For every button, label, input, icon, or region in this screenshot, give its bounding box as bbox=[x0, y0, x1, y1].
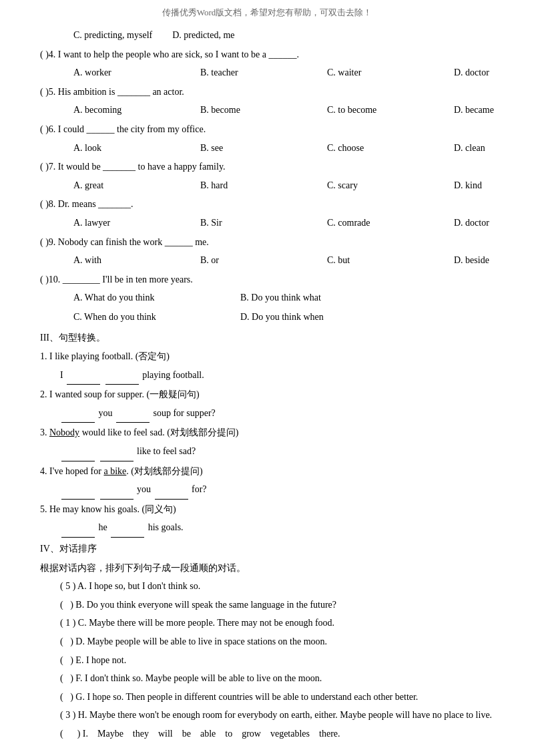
blank10 bbox=[61, 519, 95, 538]
q8-options: A. lawyer B. Sir C. comrade D. doctor bbox=[40, 214, 494, 232]
question-6: ( )6. I could ______ the city from my of… bbox=[40, 121, 494, 157]
s3-q2-prompt: 2. I wanted soup for supper. (一般疑问句) bbox=[40, 386, 494, 404]
q10-opt-a: A. What do you think bbox=[73, 289, 220, 307]
blank5 bbox=[61, 443, 95, 461]
s3-q4-prompt: 4. I've hoped for a bike. (对划线部分提问) bbox=[40, 463, 494, 481]
q8-opt-a: A. lawyer bbox=[73, 214, 180, 232]
q6-opt-b: B. see bbox=[200, 140, 307, 158]
s4-item-f: ( ) F. I don't think so. Maybe people wi… bbox=[40, 670, 494, 688]
blank9 bbox=[155, 481, 188, 500]
s4-item-e: ( ) E. I hope not. bbox=[40, 652, 494, 670]
blank7 bbox=[61, 481, 95, 500]
question-10: ( )10. ________ I'll be in ten more year… bbox=[40, 271, 494, 327]
question-9: ( )9. Nobody can finish the work ______ … bbox=[40, 234, 494, 270]
question-4: ( )4. I want to help the people who are … bbox=[40, 46, 494, 82]
s3-q2-fill: you soup for supper? bbox=[40, 405, 494, 423]
q7-text: ( )7. It would be _______ to have a happ… bbox=[40, 158, 494, 176]
q6-options: A. look B. see C. choose D. clean bbox=[40, 140, 494, 158]
q10-opt-d: D. Do you think when bbox=[240, 309, 387, 327]
q5-opt-c: C. to become bbox=[327, 102, 434, 120]
question-8: ( )8. Dr. means _______. A. lawyer B. Si… bbox=[40, 196, 494, 232]
q6-text: ( )6. I could ______ the city from my of… bbox=[40, 121, 494, 139]
q5-opt-a: A. becoming bbox=[73, 102, 180, 120]
s4-item-d: ( ) D. Maybe people will be able to live… bbox=[40, 633, 494, 651]
options-cd-predict: C. predicting, myself D. predicted, me bbox=[40, 27, 494, 45]
question-5: ( )5. His ambition is _______ an actor. … bbox=[40, 83, 494, 120]
q9-opt-c: C. but bbox=[327, 252, 434, 270]
section3: III、句型转换。 1. I like playing football. (否… bbox=[40, 329, 494, 538]
q4-options: A. worker B. teacher C. waiter D. doctor bbox=[40, 64, 494, 82]
s3-q5-prompt: 5. He may know his goals. (同义句) bbox=[40, 501, 494, 519]
q4-opt-d: D. doctor bbox=[454, 64, 534, 82]
s3-q4-fill: you for? bbox=[40, 481, 494, 500]
q5-opt-b: B. become bbox=[200, 102, 307, 120]
q8-opt-b: B. Sir bbox=[200, 214, 307, 232]
s3-q2: 2. I wanted soup for supper. (一般疑问句) you… bbox=[40, 386, 494, 423]
s3-q4: 4. I've hoped for a bike. (对划线部分提问) you … bbox=[40, 463, 494, 500]
blank8 bbox=[100, 481, 134, 500]
q8-opt-d: D. doctor bbox=[454, 214, 534, 232]
s3-q5-fill: he his goals. bbox=[40, 519, 494, 538]
blank11 bbox=[111, 519, 144, 538]
q7-opt-a: A. great bbox=[73, 177, 180, 195]
q4-opt-b: B. teacher bbox=[200, 64, 307, 82]
q10-options-ab: A. What do you think B. Do you think wha… bbox=[40, 289, 494, 307]
q5-text: ( )5. His ambition is _______ an actor. bbox=[40, 83, 494, 102]
q4-opt-c: C. waiter bbox=[327, 64, 434, 82]
q7-options: A. great B. hard C. scary D. kind bbox=[40, 177, 494, 195]
q10-options-cd: C. When do you think D. Do you think whe… bbox=[40, 309, 494, 327]
q7-opt-c: C. scary bbox=[327, 177, 434, 195]
q9-text: ( )9. Nobody can finish the work ______ … bbox=[40, 234, 494, 252]
q8-opt-c: C. comrade bbox=[327, 214, 434, 232]
s3-q3-prompt: 3. Nobody would like to feel sad. (对划线部分… bbox=[40, 424, 494, 442]
option-c-predict: C. predicting, myself bbox=[73, 27, 152, 45]
question-7: ( )7. It would be _______ to have a happ… bbox=[40, 158, 494, 194]
q5-options: A. becoming B. become C. to become D. be… bbox=[40, 102, 494, 120]
q6-opt-c: C. choose bbox=[327, 140, 434, 158]
blank6 bbox=[100, 443, 134, 461]
s3-q3-underline: Nobody bbox=[49, 427, 79, 437]
q9-options: A. with B. or C. but D. beside bbox=[40, 252, 494, 270]
q9-opt-a: A. with bbox=[73, 252, 180, 270]
watermark: 传播优秀Word版文档，希望对您有帮助，可双击去除！ bbox=[40, 7, 494, 19]
s4-item-g: ( ) G. I hope so. Then people in differe… bbox=[40, 689, 494, 707]
q9-opt-b: B. or bbox=[200, 252, 307, 270]
s4-item-b: ( ) B. Do you think everyone will speak … bbox=[40, 596, 494, 614]
q7-opt-d: D. kind bbox=[454, 177, 534, 195]
q10-text: ( )10. ________ I'll be in ten more year… bbox=[40, 271, 494, 289]
section4-title: IV、对话排序 bbox=[40, 540, 494, 558]
q8-text: ( )8. Dr. means _______. bbox=[40, 196, 494, 214]
q4-text: ( )4. I want to help the people who are … bbox=[40, 46, 494, 64]
s3-q1-fill: I playing football. bbox=[40, 367, 494, 385]
s3-q1-prompt: 1. I like playing football. (否定句) bbox=[40, 348, 494, 366]
s4-item-c: ( 1 ) C. Maybe there will be more people… bbox=[40, 614, 494, 632]
blank2 bbox=[105, 367, 139, 385]
s3-q4-underline: a bike bbox=[103, 466, 126, 476]
option-d-predict: D. predicted, me bbox=[172, 27, 234, 45]
section3-title: III、句型转换。 bbox=[40, 329, 494, 347]
q6-opt-d: D. clean bbox=[454, 140, 534, 158]
blank3 bbox=[61, 405, 95, 423]
q4-opt-a: A. worker bbox=[73, 64, 180, 82]
s3-q1: 1. I like playing football. (否定句) I play… bbox=[40, 348, 494, 385]
section4: IV、对话排序 根据对话内容，排列下列句子成一段通顺的对话。 ( 5 ) A. … bbox=[40, 540, 494, 743]
s4-item-i: ( ) I. Maybe they will be able to grow v… bbox=[40, 725, 494, 743]
q9-opt-d: D. beside bbox=[454, 252, 534, 270]
q10-opt-c: C. When do you think bbox=[73, 309, 220, 327]
s4-item-h: ( 3 ) H. Maybe there won't be enough roo… bbox=[40, 707, 494, 725]
q6-opt-a: A. look bbox=[73, 140, 180, 158]
s3-q3-fill: like to feel sad? bbox=[40, 443, 494, 461]
q7-opt-b: B. hard bbox=[200, 177, 307, 195]
section4-intro: 根据对话内容，排列下列句子成一段通顺的对话。 bbox=[40, 560, 494, 578]
main-content: C. predicting, myself D. predicted, me (… bbox=[40, 27, 494, 743]
s3-q3: 3. Nobody would like to feel sad. (对划线部分… bbox=[40, 424, 494, 461]
s4-item-a: ( 5 ) A. I hope so, but I don't think so… bbox=[40, 578, 494, 596]
q10-opt-b: B. Do you think what bbox=[240, 289, 387, 307]
s3-q5: 5. He may know his goals. (同义句) he his g… bbox=[40, 501, 494, 538]
q5-opt-d: D. became bbox=[454, 102, 534, 120]
blank4 bbox=[116, 405, 150, 423]
blank1 bbox=[67, 367, 100, 385]
